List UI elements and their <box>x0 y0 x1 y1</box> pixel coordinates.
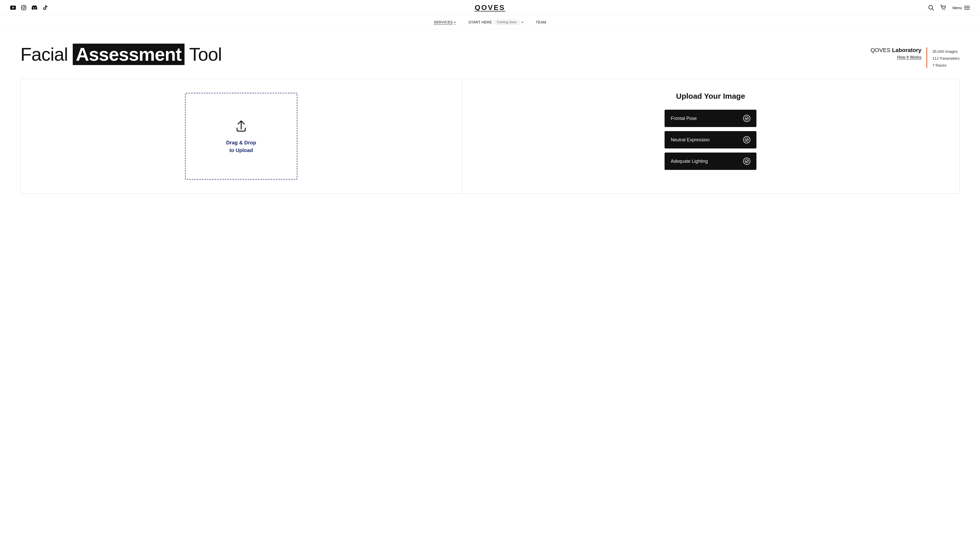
right-panel: Upload Your Image Frontal Pose Neutral E… <box>462 79 959 193</box>
svg-point-3 <box>23 6 25 9</box>
upload-image-title: Upload Your Image <box>676 92 745 100</box>
svg-point-4 <box>25 6 25 6</box>
checklist-label-frontal: Frontal Pose <box>671 116 697 121</box>
checklist-item-neutral[interactable]: Neutral Expression <box>665 131 756 148</box>
lab-stats: 35,000 Images 112 Parameters 7 Races <box>932 47 959 68</box>
navigation: SERVICES ▾ START HERE Coming Soon ▾ TEAM <box>0 16 980 29</box>
stat-races: 7 Races <box>932 62 959 68</box>
svg-line-6 <box>932 9 934 10</box>
svg-rect-2 <box>21 5 26 10</box>
lab-title: QOVES Laboratory <box>870 47 921 54</box>
chevron-down-icon: ▾ <box>454 21 456 24</box>
check-icon-frontal <box>743 115 750 122</box>
accent-divider <box>926 48 927 68</box>
nav-services-label: SERVICES <box>434 20 453 24</box>
logo-text: QOVES <box>475 3 505 11</box>
menu-label: Menu <box>953 6 962 10</box>
nav-item-start-here[interactable]: START HERE Coming Soon ▾ <box>469 20 523 25</box>
lab-name-bold: Laboratory <box>892 47 921 53</box>
nav-item-team[interactable]: TEAM <box>536 20 546 24</box>
title-highlight: Assessment <box>73 44 185 65</box>
check-icon-lighting <box>743 158 750 165</box>
upload-line1: Drag & Drop <box>226 139 256 146</box>
chevron-down-icon-2: ▾ <box>522 21 523 24</box>
social-links <box>10 5 48 11</box>
checklist-item-lighting[interactable]: Adequate Lighting <box>665 152 756 170</box>
main-content: Drag & Drop to Upload Upload Your Image … <box>21 79 959 194</box>
logo[interactable]: QOVES <box>475 3 505 12</box>
youtube-icon[interactable] <box>10 5 16 11</box>
checklist-item-frontal[interactable]: Frontal Pose <box>665 110 756 127</box>
upload-icon <box>234 118 249 134</box>
coming-soon-badge: Coming Soon <box>493 20 520 25</box>
page-title: Facial Assessment Tool <box>21 44 222 65</box>
checklist-label-neutral: Neutral Expression <box>671 137 710 143</box>
header-right: Menu <box>928 5 970 11</box>
lab-name-plain: QOVES <box>870 47 891 53</box>
svg-point-7 <box>942 10 943 10</box>
lab-info: QOVES Laboratory How It Works <box>870 47 921 60</box>
instagram-icon[interactable] <box>21 5 27 11</box>
nav-item-services[interactable]: SERVICES ▾ <box>434 20 456 24</box>
upload-area: Drag & Drop to Upload <box>21 79 462 193</box>
title-post: Tool <box>189 44 222 65</box>
hero-lab-section: QOVES Laboratory How It Works 35,000 Ima… <box>870 44 959 68</box>
cart-icon[interactable] <box>940 5 946 11</box>
stat-parameters: 112 Parameters <box>932 55 959 62</box>
header: QOVES Menu <box>0 0 980 16</box>
svg-point-8 <box>944 10 945 10</box>
search-icon[interactable] <box>928 5 934 11</box>
menu-button[interactable]: Menu <box>953 6 970 10</box>
check-icon-neutral <box>743 136 750 143</box>
discord-icon[interactable] <box>32 5 37 11</box>
nav-start-here-label: START HERE <box>469 20 492 24</box>
checklist: Frontal Pose Neutral Expression <box>665 110 756 170</box>
stat-images: 35,000 Images <box>932 48 959 55</box>
hero-section: Facial Assessment Tool QOVES Laboratory … <box>0 29 980 79</box>
tiktok-icon[interactable] <box>42 5 48 11</box>
upload-text: Drag & Drop to Upload <box>226 139 256 154</box>
menu-icon <box>964 6 970 10</box>
checklist-label-lighting: Adequate Lighting <box>671 159 708 164</box>
how-it-works-link[interactable]: How It Works <box>870 55 921 60</box>
upload-dropzone[interactable]: Drag & Drop to Upload <box>185 93 298 179</box>
title-pre: Facial <box>21 44 68 65</box>
nav-team-label: TEAM <box>536 20 546 24</box>
upload-line2: to Upload <box>226 146 256 154</box>
